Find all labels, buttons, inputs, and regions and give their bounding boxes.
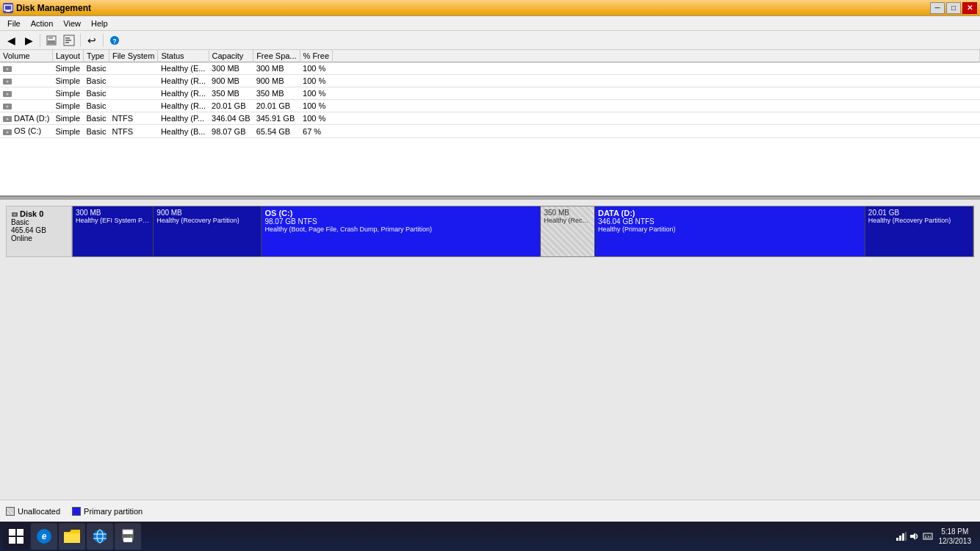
col-status[interactable]: Status xyxy=(158,50,209,62)
partition-size-4: 346.04 GB NTFS xyxy=(598,217,862,226)
svg-point-29 xyxy=(93,530,107,543)
tray-icons: EN xyxy=(896,532,933,541)
col-layout[interactable]: Layout xyxy=(52,50,83,62)
start-button[interactable] xyxy=(3,523,29,550)
svg-rect-26 xyxy=(17,529,24,536)
partition-4[interactable]: DATA (D:)346.04 GB NTFSHealthy (Primary … xyxy=(595,206,865,256)
toolbar-separator-3 xyxy=(103,34,104,47)
svg-point-14 xyxy=(7,81,9,83)
svg-rect-40 xyxy=(905,532,907,541)
date-display: 12/3/2013 xyxy=(939,536,972,546)
disk-label: Disk 0 Basic 465.64 GB Online xyxy=(6,206,72,257)
legend-icon-unallocated xyxy=(6,507,15,516)
toolbar-save[interactable] xyxy=(43,32,60,48)
partition-0[interactable]: 300 MBHealthy (EFI System Partiti xyxy=(73,206,154,256)
svg-rect-6 xyxy=(65,37,70,39)
taskbar-time: 5:18 PM 12/3/2013 xyxy=(939,527,972,546)
col-filesystem[interactable]: File System xyxy=(109,50,157,62)
title-bar-left: Disk Management xyxy=(3,3,91,13)
disk-row-0: Disk 0 Basic 465.64 GB Online 300 MBHeal… xyxy=(6,206,974,257)
vol-capacity-cell: 300 MB xyxy=(209,62,253,75)
vol-pct-cell: 67 % xyxy=(300,125,332,137)
table-row[interactable]: SimpleBasicHealthy (R...20.01 GB20.01 GB… xyxy=(0,100,980,112)
svg-rect-8 xyxy=(65,42,69,43)
toolbar-properties[interactable] xyxy=(61,32,77,48)
menu-file[interactable]: File xyxy=(3,18,25,29)
vol-status-cell: Healthy (E... xyxy=(158,62,209,75)
svg-rect-37 xyxy=(896,538,898,541)
svg-rect-25 xyxy=(9,529,15,536)
volumes-table-element: Volume Layout Type File System Status Ca… xyxy=(0,50,980,138)
taskbar-app-ie[interactable]: e xyxy=(31,523,57,550)
legend-item-unallocated: Unallocated xyxy=(6,507,60,516)
col-capacity[interactable]: Capacity xyxy=(209,50,253,62)
vol-layout-cell: Simple xyxy=(52,112,83,125)
svg-text:EN: EN xyxy=(924,535,930,539)
partition-size-3: 350 MB xyxy=(544,209,591,217)
col-freespace[interactable]: Free Spa... xyxy=(253,50,300,62)
partition-size-1: 900 MB xyxy=(156,209,258,217)
svg-rect-38 xyxy=(899,536,901,541)
toolbar-undo[interactable]: ↩ xyxy=(84,32,100,48)
col-volume[interactable]: Volume xyxy=(0,50,52,62)
table-row[interactable]: SimpleBasicHealthy (R...350 MB350 MB100 … xyxy=(0,87,980,100)
svg-rect-1 xyxy=(6,10,10,12)
partition-3[interactable]: 350 MBHealthy (Recovery Partition) xyxy=(541,206,595,256)
tray-network-icon xyxy=(896,532,907,541)
vol-capacity-cell: 350 MB xyxy=(209,87,253,100)
vol-capacity-cell: 900 MB xyxy=(209,75,253,87)
col-type[interactable]: Type xyxy=(84,50,109,62)
maximize-button[interactable]: □ xyxy=(946,2,961,14)
window-controls: ─ □ ✕ xyxy=(930,2,977,14)
vol-fs-cell: NTFS xyxy=(109,112,157,125)
time-display: 5:18 PM xyxy=(939,527,972,536)
ie-icon: e xyxy=(37,529,51,544)
table-row[interactable]: SimpleBasicHealthy (R...900 MB900 MB100 … xyxy=(0,75,980,87)
menu-action[interactable]: Action xyxy=(26,18,58,29)
partition-5[interactable]: 20.01 GBHealthy (Recovery Partition) xyxy=(865,206,973,256)
vol-type-cell: Basic xyxy=(84,125,109,137)
vol-pct-cell: 100 % xyxy=(300,62,332,75)
vol-fs-cell xyxy=(109,62,157,75)
partition-status-3: Healthy (Recovery Partition) xyxy=(544,217,591,224)
vol-volume-cell: DATA (D:) xyxy=(0,112,52,125)
vol-pct-cell: 100 % xyxy=(300,87,332,100)
table-row[interactable]: DATA (D:)SimpleBasicNTFSHealthy (P...346… xyxy=(0,112,980,125)
table-row[interactable]: OS (C:)SimpleBasicNTFSHealthy (B...98.07… xyxy=(0,125,980,137)
table-header-row: Volume Layout Type File System Status Ca… xyxy=(0,50,980,62)
col-pctfree[interactable]: % Free xyxy=(300,50,332,62)
partition-status-0: Healthy (EFI System Partiti xyxy=(76,217,150,224)
disk-name: Disk 0 xyxy=(11,209,67,218)
volume-table: Volume Layout Type File System Status Ca… xyxy=(0,50,980,197)
partition-1[interactable]: 900 MBHealthy (Recovery Partition) xyxy=(154,206,262,256)
vol-status-cell: Healthy (P... xyxy=(158,112,209,125)
menu-help[interactable]: Help xyxy=(87,18,112,29)
taskbar-app-folder[interactable] xyxy=(59,523,85,550)
partition-2[interactable]: OS (C:)98.07 GB NTFSHealthy (Boot, Page … xyxy=(262,206,541,256)
minimize-button[interactable]: ─ xyxy=(930,2,945,14)
partition-name-4: DATA (D:) xyxy=(598,209,862,217)
taskbar-app-printer[interactable] xyxy=(115,523,141,550)
toolbar-help[interactable]: ? xyxy=(107,32,123,48)
col-extra xyxy=(333,50,980,62)
vol-fs-cell xyxy=(109,100,157,112)
toolbar-back[interactable]: ◀ xyxy=(3,32,19,48)
toolbar-forward[interactable]: ▶ xyxy=(21,32,37,48)
vol-free-cell: 350 MB xyxy=(253,87,300,100)
partition-name-2: OS (C:) xyxy=(264,209,537,217)
toolbar-separator-1 xyxy=(40,34,40,47)
partition-size-5: 20.01 GB xyxy=(868,209,970,217)
svg-rect-39 xyxy=(902,533,904,541)
svg-point-24 xyxy=(14,214,16,216)
tray-volume-icon xyxy=(909,532,920,541)
vol-layout-cell: Simple xyxy=(52,87,83,100)
vol-type-cell: Basic xyxy=(84,87,109,100)
svg-rect-4 xyxy=(48,40,55,44)
main-area: Volume Layout Type File System Status Ca… xyxy=(0,50,980,522)
menu-view[interactable]: View xyxy=(59,18,85,29)
close-button[interactable]: ✕ xyxy=(962,2,977,14)
svg-point-22 xyxy=(7,131,9,133)
taskbar-app-browser[interactable] xyxy=(87,523,113,550)
table-row[interactable]: SimpleBasicHealthy (E...300 MB300 MB100 … xyxy=(0,62,980,75)
taskbar-tray: EN 5:18 PM 12/3/2013 xyxy=(890,527,978,546)
